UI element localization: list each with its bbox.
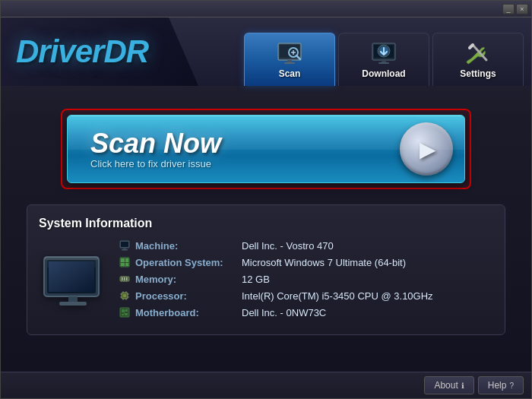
help-label: Help xyxy=(488,380,507,391)
motherboard-icon xyxy=(119,306,131,318)
download-tab-icon xyxy=(369,40,399,67)
motherboard-value: Dell Inc. - 0NW73C xyxy=(242,307,326,318)
svg-rect-21 xyxy=(68,296,78,302)
svg-rect-23 xyxy=(44,257,99,260)
close-button[interactable]: × xyxy=(516,4,528,14)
svg-rect-27 xyxy=(122,249,128,251)
svg-rect-55 xyxy=(122,309,125,312)
svg-rect-34 xyxy=(122,277,123,280)
info-row-processor: Processor: Intel(R) Core(TM) i5-3450 CPU… xyxy=(119,290,493,302)
processor-label: Processor: xyxy=(135,290,242,302)
svg-rect-5 xyxy=(284,62,295,64)
machine-icon xyxy=(119,239,131,252)
svg-rect-26 xyxy=(123,248,126,249)
svg-rect-35 xyxy=(124,277,125,280)
system-icon-area xyxy=(39,239,107,323)
system-info-table: Machine: Dell Inc. - Vostro 470 xyxy=(119,239,493,323)
scan-btn-subtitle: Click here to fix driver issue xyxy=(90,158,221,169)
memory-value: 12 GB xyxy=(242,274,270,285)
system-info-panel: System Information xyxy=(27,204,505,335)
info-row-machine: Machine: Dell Inc. - Vostro 470 xyxy=(119,239,493,252)
tab-scan-label: Scan xyxy=(279,68,301,79)
svg-rect-36 xyxy=(126,277,128,280)
svg-rect-31 xyxy=(121,263,125,266)
svg-rect-20 xyxy=(49,261,94,292)
computer-icon xyxy=(43,255,103,307)
info-row-motherboard: Motherboard: Dell Inc. - 0NW73C xyxy=(119,306,493,318)
scan-now-wrapper: Scan Now Click here to fix driver issue xyxy=(61,109,471,189)
app-window: _ × DriverDR xyxy=(0,0,532,399)
about-label: About xyxy=(434,380,458,391)
memory-label: Memory: xyxy=(135,274,242,285)
svg-rect-14 xyxy=(378,62,389,64)
svg-rect-32 xyxy=(125,263,128,266)
info-row-memory: Memory: 12 GB xyxy=(119,273,493,285)
svg-rect-29 xyxy=(121,258,125,262)
tab-settings-label: Settings xyxy=(460,68,496,79)
about-button[interactable]: About ℹ xyxy=(424,376,473,394)
header: DriverDR xyxy=(1,17,531,86)
svg-rect-58 xyxy=(125,313,128,315)
system-info-title: System Information xyxy=(39,217,493,230)
scan-btn-title: Scan Now xyxy=(90,128,221,159)
scan-btn-text: Scan Now Click here to fix driver issue xyxy=(90,128,221,170)
motherboard-label: Motherboard: xyxy=(135,307,242,318)
machine-label: Machine: xyxy=(135,240,242,252)
svg-line-16 xyxy=(470,45,473,48)
scan-arrow-icon xyxy=(400,122,453,176)
tab-settings[interactable]: Settings xyxy=(432,33,524,86)
os-label: Operation System: xyxy=(135,257,242,268)
tab-download-label: Download xyxy=(362,68,405,79)
about-icon: ℹ xyxy=(461,382,464,390)
tab-scan[interactable]: Scan xyxy=(244,33,335,86)
svg-rect-45 xyxy=(123,294,126,297)
os-icon xyxy=(119,256,131,268)
settings-tab-icon xyxy=(463,40,493,67)
title-bar: _ × xyxy=(1,1,531,17)
scan-now-button[interactable]: Scan Now Click here to fix driver issue xyxy=(67,115,465,183)
logo-area: DriverDR xyxy=(1,17,198,86)
svg-rect-25 xyxy=(121,242,128,247)
processor-icon xyxy=(119,290,131,302)
info-row-os: Operation System: Microsoft Windows 7 Ul… xyxy=(119,256,493,268)
memory-icon xyxy=(119,273,131,285)
svg-rect-22 xyxy=(59,302,87,306)
main-content: Scan Now Click here to fix driver issue … xyxy=(1,86,531,366)
svg-rect-57 xyxy=(122,314,124,315)
footer: About ℹ Help ? xyxy=(1,372,531,398)
scan-tab-icon xyxy=(274,40,305,67)
app-logo: DriverDR xyxy=(16,33,148,70)
machine-value: Dell Inc. - Vostro 470 xyxy=(242,240,334,252)
system-info-content: Machine: Dell Inc. - Vostro 470 xyxy=(39,239,493,323)
minimize-button[interactable]: _ xyxy=(502,4,515,14)
help-icon: ? xyxy=(509,382,514,390)
svg-rect-30 xyxy=(125,258,128,262)
os-value: Microsoft Windows 7 Ultimate (64-bit) xyxy=(242,257,406,268)
processor-value: Intel(R) Core(TM) i5-3450 CPU @ 3.10GHz xyxy=(242,290,433,302)
tab-download[interactable]: Download xyxy=(338,33,429,86)
help-button[interactable]: Help ? xyxy=(478,376,524,394)
svg-rect-56 xyxy=(125,309,128,312)
nav-tabs: Scan xyxy=(198,17,531,86)
